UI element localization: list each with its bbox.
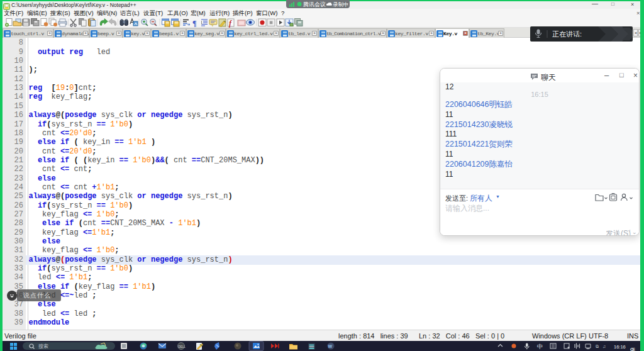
- svg-text:⧉: ⧉: [596, 344, 599, 348]
- svg-text:录制中: 录制中: [333, 1, 349, 8]
- svg-text:DELL: DELL: [179, 345, 186, 348]
- svg-text:腾讯会议: 腾讯会议: [303, 1, 326, 8]
- svg-text:♫: ♫: [602, 344, 606, 348]
- svg-text:Œ: Œ: [630, 347, 635, 351]
- svg-text:16:16: 16:16: [614, 344, 626, 350]
- svg-text:W: W: [328, 344, 333, 348]
- svg-text:中: 中: [537, 343, 543, 350]
- svg-text:正在讲话:: 正在讲话:: [552, 30, 582, 38]
- svg-text:搜索: 搜索: [38, 343, 48, 349]
- svg-text:¶: ¶: [192, 19, 196, 28]
